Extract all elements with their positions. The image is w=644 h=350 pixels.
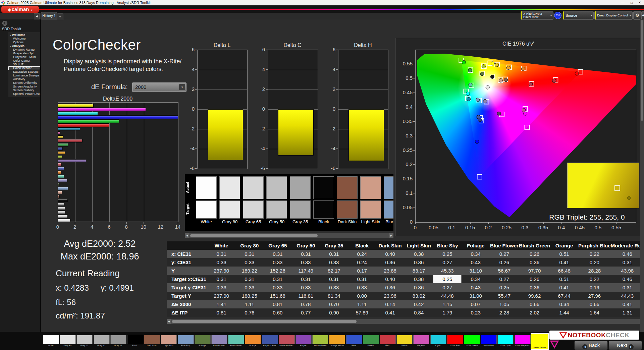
swatch-scrollbar[interactable]: ◀ ▶ <box>185 233 393 238</box>
strip-patch-white[interactable] <box>43 335 59 344</box>
cell-y-gray-65[interactable]: 152.26 <box>264 267 292 275</box>
cell-e-2000-gray-65[interactable]: 0.81 <box>264 300 292 308</box>
cell-target-x-cie31-gray-65[interactable]: 0.31 <box>264 275 292 283</box>
cell-target-x-cie31-gray-80[interactable]: 0.31 <box>235 275 264 283</box>
cell-e-2000-blue-flower[interactable]: 1.05 <box>490 300 519 308</box>
cell-e-itp-gray-80[interactable]: 0.76 <box>235 308 264 317</box>
cell-e-itp-black[interactable]: 57.89 <box>348 308 376 317</box>
strip-patch-purple[interactable] <box>296 335 312 344</box>
cell-y-cie31-light-skin[interactable]: 0.36 <box>405 258 433 267</box>
expander-icon[interactable]: ◢ <box>10 34 11 36</box>
cell-target-y-blue-sky[interactable]: 44.48 <box>433 292 462 300</box>
cell-target-y-cie31-bluish-green[interactable]: 0.36 <box>519 283 550 292</box>
sidebar-group-welcome[interactable]: ◢Welcome <box>8 33 40 37</box>
pin-button[interactable] <box>2 21 7 26</box>
strip-patch-gray-35[interactable] <box>110 335 126 344</box>
collapse-right-button[interactable]: ◀ <box>641 11 644 20</box>
cell-e-2000-foliage[interactable]: 0.07 <box>462 300 490 308</box>
meter-count-badge[interactable]: 231 <box>554 12 561 19</box>
collapse-panel-button[interactable]: ◀ <box>34 13 40 19</box>
cell-x-cie31-bluish-green[interactable]: 0.26 <box>519 250 550 258</box>
sidebar-item-colorchecker[interactable]: ColorChecker <box>8 66 40 70</box>
table-scrollbar[interactable]: ◀ ▶ <box>167 319 644 324</box>
cell-e-2000-gray-35[interactable]: 0.70 <box>320 300 348 308</box>
sidebar-item-grayscale-multi[interactable]: Grayscale - Multi <box>8 55 40 59</box>
vertical-scrollbar-thumb[interactable] <box>641 20 643 121</box>
cell-target-y-cie31-black[interactable]: 0.33 <box>348 283 376 292</box>
meter-dropdown[interactable]: X-Rite i1Pro 2 Direct View ▾ <box>521 11 553 20</box>
strip-patch-cyan[interactable] <box>430 335 446 344</box>
cell-target-y-gray-35[interactable]: 81.34 <box>320 292 348 300</box>
strip-patch-black[interactable] <box>127 335 143 344</box>
cell-target-y-white[interactable]: 237.90 <box>208 292 235 300</box>
cell-y-moderate-red[interactable]: 43.98 <box>611 267 644 275</box>
cell-target-x-cie31-blue-sky[interactable]: 0.25 <box>433 275 462 283</box>
cell-y-cie31-gray-80[interactable]: 0.33 <box>235 258 264 267</box>
cell-y-gray-80[interactable]: 189.22 <box>235 267 264 275</box>
cell-target-y-moderate-red[interactable]: 44.43 <box>611 292 644 300</box>
cell-e-2000-blue-sky[interactable]: 1.15 <box>433 300 462 308</box>
cell-x-cie31-dark-skin[interactable]: 0.40 <box>376 250 404 258</box>
cell-x-cie31-gray-80[interactable]: 0.31 <box>235 250 264 258</box>
strip-patch-magenta[interactable] <box>413 335 429 344</box>
sidebar-group-analysis[interactable]: ◢Analysis <box>8 44 40 48</box>
cell-target-x-cie31-white[interactable]: 0.31 <box>208 275 235 283</box>
swatch-scrollbar-thumb[interactable] <box>190 234 318 237</box>
sidebar-item-dynamic-range[interactable]: Dynamic Range <box>8 48 40 52</box>
strip-patch-100-blue[interactable] <box>481 335 497 344</box>
cell-target-y-cie31-dark-skin[interactable]: 0.36 <box>376 283 404 292</box>
cell-x-cie31-blue-flower[interactable]: 0.27 <box>490 250 519 258</box>
cell-target-x-cie31-purplish-blue[interactable]: 0.22 <box>578 275 611 283</box>
cell-e-itp-gray-50[interactable]: 0.77 <box>292 308 320 317</box>
cell-e-2000-white[interactable]: 1.41 <box>208 300 235 308</box>
back-button[interactable]: ◀ Back <box>574 341 608 350</box>
cell-e-itp-gray-65[interactable]: 0.60 <box>264 308 292 317</box>
cell-target-x-cie31-blue-flower[interactable]: 0.27 <box>490 275 519 283</box>
cell-target-y-cie31-gray-65[interactable]: 0.33 <box>264 283 292 292</box>
sidebar-item-luminance-sweeps[interactable]: Luminance Sweeps <box>8 74 40 77</box>
cell-y-cie31-moderate-red[interactable]: 0.31 <box>611 258 644 267</box>
strip-patch-red[interactable] <box>380 335 396 344</box>
de-formula-select[interactable]: 2000 ▾ <box>132 82 186 92</box>
cell-target-y-light-skin[interactable]: 83.02 <box>405 292 433 300</box>
cell-target-x-cie31-bluish-green[interactable]: 0.26 <box>519 275 550 283</box>
cell-target-y-orange[interactable]: 67.44 <box>550 292 578 300</box>
cell-x-cie31-blue-sky[interactable]: 0.25 <box>433 250 462 258</box>
strip-patch-purplish-blue[interactable] <box>262 335 278 344</box>
cell-y-purplish-blue[interactable]: 28.28 <box>578 267 611 275</box>
add-tab-button[interactable]: + <box>57 13 63 20</box>
strip-patch-moderate-red[interactable] <box>279 335 295 344</box>
strip-patch-yellow-green[interactable] <box>312 335 328 344</box>
next-button[interactable]: Next ▶ <box>608 341 642 350</box>
cell-e-itp-dark-skin[interactable]: 0.41 <box>376 308 404 317</box>
source-dropdown[interactable]: Source ▾ <box>563 11 594 20</box>
cell-e-itp-foliage[interactable]: 0.23 <box>462 308 490 317</box>
cell-y-black[interactable]: 0.17 <box>348 267 376 275</box>
cell-e-2000-moderate-red[interactable]: 0.41 <box>611 300 644 308</box>
cell-y-white[interactable]: 237.90 <box>208 267 235 275</box>
sidebar-item-options[interactable]: Options <box>8 41 40 44</box>
strip-patch-bluish-green[interactable] <box>228 335 244 344</box>
strip-patch-orange-yellow[interactable] <box>329 335 345 344</box>
scroll-left-icon[interactable]: ◀ <box>167 319 171 324</box>
cell-y-gray-35[interactable]: 82.17 <box>320 267 348 275</box>
cell-e-2000-dark-skin[interactable]: 0.14 <box>376 300 404 308</box>
calman-menu-button[interactable]: ◈calman▾ <box>1 6 39 13</box>
cell-e-2000-black[interactable]: 1.11 <box>348 300 376 308</box>
cell-target-y-cie31-foliage[interactable]: 0.43 <box>462 283 490 292</box>
cell-y-gray-50[interactable]: 117.49 <box>292 267 320 275</box>
cell-y-cie31-white[interactable]: 0.33 <box>208 258 235 267</box>
strip-patch-blue-sky[interactable] <box>178 335 194 344</box>
sidebar-item-saturation-sweeps[interactable]: Saturation Sweeps <box>8 70 40 74</box>
cell-target-y-blue-flower[interactable]: 55.47 <box>490 292 519 300</box>
cell-target-y-black[interactable]: 0.00 <box>348 292 376 300</box>
cell-target-y-bluish-green[interactable]: 99.62 <box>519 292 550 300</box>
cell-target-y-gray-80[interactable]: 188.25 <box>235 292 264 300</box>
sidebar-item-screen-angularity[interactable]: Screen Angularity <box>8 85 40 89</box>
close-icon[interactable]: ✕ <box>636 0 643 5</box>
cell-target-y-gray-50[interactable]: 116.81 <box>292 292 320 300</box>
cell-y-blue-flower[interactable]: 56.67 <box>490 267 519 275</box>
cell-target-y-cie31-gray-35[interactable]: 0.33 <box>320 283 348 292</box>
strip-patch-100-yellow[interactable]: 100% Yellow <box>531 333 549 350</box>
cell-e-itp-purplish-blue[interactable]: 1.64 <box>578 308 611 317</box>
